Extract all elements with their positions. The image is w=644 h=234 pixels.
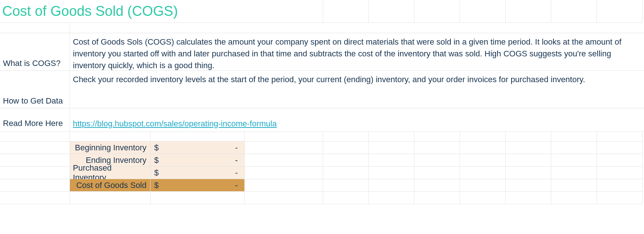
empty-cell[interactable] [245, 192, 323, 204]
spreadsheet: Cost of Goods Sold (COGS) What is COGS? … [0, 0, 644, 234]
empty-cell[interactable] [414, 167, 460, 179]
empty-cell[interactable] [460, 167, 506, 179]
empty-cell[interactable] [460, 0, 506, 23]
empty-cell[interactable] [506, 154, 551, 167]
empty-cell[interactable] [323, 167, 369, 179]
blank-row [0, 108, 644, 116]
empty-cell[interactable] [245, 142, 323, 154]
value-beginning-inventory[interactable]: $ - [151, 142, 245, 154]
empty-cell[interactable] [506, 132, 551, 142]
empty-cell[interactable] [323, 132, 369, 142]
empty-cell[interactable] [414, 179, 460, 192]
empty-cell[interactable] [0, 179, 70, 192]
empty-cell[interactable] [551, 192, 597, 204]
empty-cell[interactable] [597, 154, 643, 167]
value-cost-of-goods-sold: $ - [151, 179, 245, 192]
empty-cell[interactable] [460, 154, 506, 167]
empty-cell[interactable] [0, 154, 70, 167]
empty-cell[interactable] [460, 132, 506, 142]
empty-cell[interactable] [0, 108, 70, 116]
empty-cell[interactable] [70, 23, 644, 33]
empty-cell[interactable] [0, 167, 70, 179]
row-purchased-inventory: Purchased Inventory $ - [0, 167, 644, 179]
empty-cell[interactable] [506, 179, 551, 192]
empty-cell[interactable] [597, 0, 643, 23]
empty-cell[interactable] [414, 132, 460, 142]
empty-cell[interactable] [70, 132, 151, 142]
empty-cell[interactable] [506, 192, 551, 204]
empty-cell[interactable] [0, 132, 70, 142]
cell-read-more-link: https://blog.hubspot.com/sales/operating… [70, 116, 644, 132]
empty-cell[interactable] [151, 132, 245, 142]
value-text: - [159, 156, 238, 165]
empty-cell[interactable] [597, 192, 643, 204]
empty-cell[interactable] [506, 142, 551, 154]
empty-cell[interactable] [460, 179, 506, 192]
row-beginning-inventory: Beginning Inventory $ - [0, 142, 644, 154]
empty-cell[interactable] [70, 108, 644, 116]
empty-cell[interactable] [323, 154, 369, 167]
value-ending-inventory[interactable]: $ - [151, 154, 245, 167]
empty-cell[interactable] [369, 0, 414, 23]
empty-cell[interactable] [323, 179, 369, 192]
empty-cell[interactable] [151, 192, 245, 204]
empty-cell[interactable] [0, 23, 70, 33]
empty-cell[interactable] [0, 192, 70, 204]
empty-cell[interactable] [597, 132, 643, 142]
blank-row [0, 132, 644, 142]
read-more-link[interactable]: https://blog.hubspot.com/sales/operating… [73, 119, 277, 129]
empty-cell[interactable] [323, 142, 369, 154]
empty-cell[interactable] [245, 132, 323, 142]
label-read-more: Read More Here [0, 116, 70, 132]
text-how-to-get-data: Check your recorded inventory levels at … [70, 71, 644, 108]
empty-cell[interactable] [597, 179, 643, 192]
row-how-to-get-data: How to Get Data Check your recorded inve… [0, 71, 644, 108]
empty-cell[interactable] [414, 154, 460, 167]
empty-cell[interactable] [551, 132, 597, 142]
empty-cell[interactable] [597, 167, 643, 179]
empty-cell[interactable] [245, 167, 323, 179]
blank-row [0, 192, 644, 204]
label-beginning-inventory: Beginning Inventory [70, 142, 151, 154]
empty-cell[interactable] [414, 0, 460, 23]
empty-cell[interactable] [323, 0, 369, 23]
empty-cell[interactable] [245, 154, 323, 167]
label-what-is-cogs: What is COGS? [0, 33, 70, 71]
row-cost-of-goods-sold: Cost of Goods Sold $ - [0, 179, 644, 192]
currency-symbol: $ [154, 181, 159, 190]
title-row: Cost of Goods Sold (COGS) [0, 0, 644, 23]
empty-cell[interactable] [597, 142, 643, 154]
empty-cell[interactable] [369, 154, 414, 167]
empty-cell[interactable] [551, 179, 597, 192]
value-purchased-inventory[interactable]: $ - [151, 167, 245, 179]
empty-cell[interactable] [551, 154, 597, 167]
value-text: - [159, 143, 238, 153]
empty-cell[interactable] [551, 0, 597, 23]
label-purchased-inventory: Purchased Inventory [70, 167, 151, 179]
label-cost-of-goods-sold: Cost of Goods Sold [70, 179, 151, 192]
empty-cell[interactable] [369, 142, 414, 154]
currency-symbol: $ [154, 143, 159, 153]
empty-cell[interactable] [460, 192, 506, 204]
label-how-to-get-data: How to Get Data [0, 71, 70, 108]
empty-cell[interactable] [551, 167, 597, 179]
empty-cell[interactable] [369, 179, 414, 192]
empty-cell[interactable] [460, 142, 506, 154]
empty-cell[interactable] [506, 0, 551, 23]
empty-cell[interactable] [70, 192, 151, 204]
empty-cell[interactable] [506, 167, 551, 179]
row-read-more: Read More Here https://blog.hubspot.com/… [0, 116, 644, 132]
value-text: - [159, 181, 238, 190]
empty-cell[interactable] [551, 142, 597, 154]
empty-cell[interactable] [245, 179, 323, 192]
empty-cell[interactable] [369, 132, 414, 142]
row-what-is-cogs: What is COGS? Cost of Goods Sols (COGS) … [0, 33, 644, 71]
empty-cell[interactable] [414, 142, 460, 154]
blank-row [0, 23, 644, 33]
value-text: - [159, 168, 238, 178]
empty-cell[interactable] [369, 167, 414, 179]
empty-cell[interactable] [414, 192, 460, 204]
empty-cell[interactable] [323, 192, 369, 204]
empty-cell[interactable] [369, 192, 414, 204]
empty-cell[interactable] [0, 142, 70, 154]
